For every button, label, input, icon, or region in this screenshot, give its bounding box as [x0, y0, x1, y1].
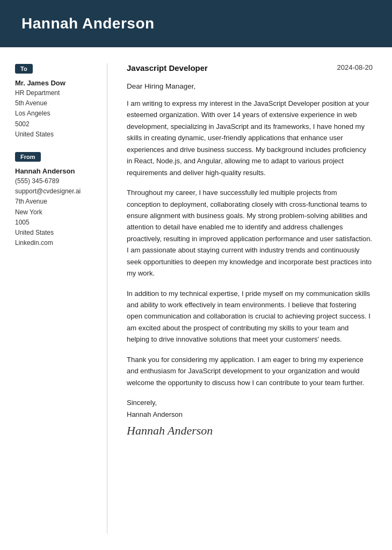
sidebar: To Mr. James Dow HR Department 5th Avenu… — [0, 63, 107, 534]
paragraph1: I am writing to express my interest in t… — [127, 98, 373, 178]
to-section: To Mr. James Dow HR Department 5th Avenu… — [15, 63, 96, 140]
paragraph2: Throughout my career, I have successfull… — [127, 187, 373, 279]
sender-email: support@cvdesigner.ai — [15, 186, 96, 197]
sender-line3: 1005 — [15, 218, 96, 228]
recipient-line2: 5th Avenue — [15, 98, 96, 108]
signature: Hannah Anderson — [127, 424, 373, 438]
sender-line4: United States — [15, 228, 96, 238]
recipient-name: Mr. James Dow — [15, 79, 96, 87]
job-title: Javascript Developer — [127, 63, 208, 73]
to-badge: To — [15, 64, 33, 74]
page: Hannah Anderson To Mr. James Dow HR Depa… — [0, 0, 392, 550]
sender-line2: New York — [15, 207, 96, 218]
closing: Sincerely, Hannah Anderson — [127, 397, 373, 421]
sender-line5: Linkedin.com — [15, 238, 96, 248]
paragraph3: In addition to my technical expertise, I… — [127, 288, 373, 345]
closing-line2: Hannah Anderson — [127, 409, 373, 421]
recipient-line4: 5002 — [15, 119, 96, 129]
recipient-line5: United States — [15, 129, 96, 140]
paragraph4: Thank you for considering my application… — [127, 354, 373, 388]
sender-line1: 7th Avenue — [15, 197, 96, 207]
recipient-line3: Los Angeles — [15, 108, 96, 119]
main-header-row: Javascript Developer 2024-08-20 — [127, 63, 373, 73]
closing-line1: Sincerely, — [127, 397, 373, 409]
sender-phone: (555) 345-6789 — [15, 176, 96, 186]
date: 2024-08-20 — [337, 63, 373, 71]
body-section: To Mr. James Dow HR Department 5th Avenu… — [0, 47, 392, 550]
salutation: Dear Hiring Manager, — [127, 82, 373, 90]
sender-name: Hannah Anderson — [15, 167, 96, 175]
recipient-line1: HR Department — [15, 88, 96, 98]
header: Hannah Anderson — [0, 0, 392, 47]
main-content: Javascript Developer 2024-08-20 Dear Hir… — [107, 63, 392, 534]
from-badge: From — [15, 152, 41, 162]
header-name: Hannah Anderson — [21, 15, 371, 32]
from-section: From Hannah Anderson (555) 345-6789 supp… — [15, 151, 96, 248]
